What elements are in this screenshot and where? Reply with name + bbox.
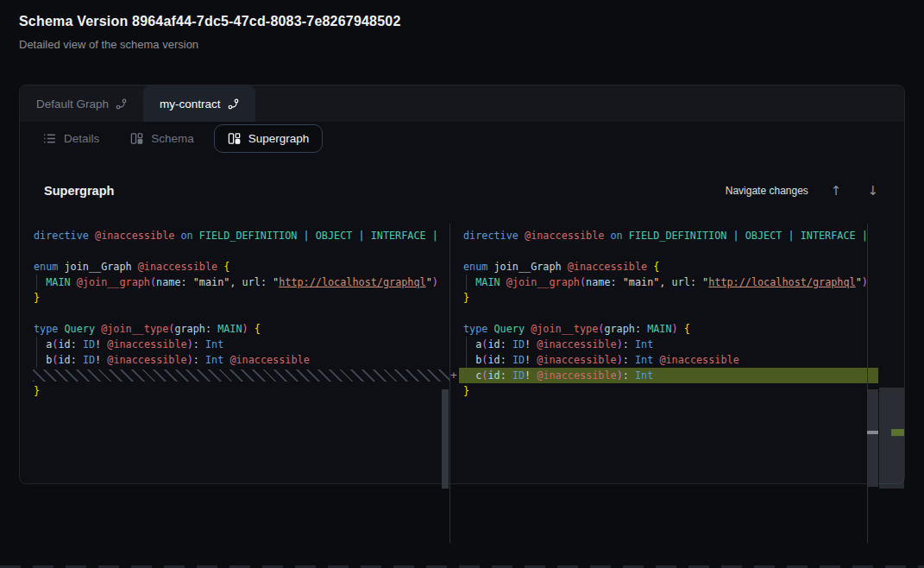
code-line[interactable]: [463, 306, 866, 321]
code-token: @inaccessible: [95, 230, 180, 242]
code-token: :: [623, 369, 635, 382]
subtab-label: Schema: [151, 132, 194, 145]
code-line[interactable]: [34, 306, 443, 321]
code-token: @inaccessible: [568, 261, 653, 273]
code-token: on: [610, 230, 628, 242]
code-token: ": [856, 276, 862, 288]
code-token: |: [432, 230, 438, 242]
tab-details[interactable]: Details: [32, 124, 110, 153]
right-scrollbar-thumb[interactable]: [868, 389, 878, 487]
code-line[interactable]: type Query @join__type(graph: MAIN) {: [34, 321, 443, 337]
code-token: name: [156, 276, 180, 288]
diff-overview-ruler[interactable]: [879, 388, 904, 489]
view-subtabs: Details Schema Supergraph: [32, 122, 323, 155]
code-token: :: [500, 354, 512, 366]
split-panel-icon: [130, 132, 143, 145]
code-token: Query: [494, 323, 531, 335]
indent-guide: [36, 337, 37, 352]
code-line[interactable]: }: [463, 383, 866, 399]
code-line[interactable]: MAIN @join__graph(name: "main", url: "ht…: [34, 275, 443, 290]
right-pane-edge: [867, 224, 868, 543]
code-token: id: [487, 369, 500, 382]
tab-schema[interactable]: Schema: [119, 124, 205, 153]
code-token: ): [617, 354, 623, 366]
code-token: MAIN: [475, 276, 506, 288]
page: Schema Version 8964af44-7dc5-47cd-8083-7…: [0, 0, 924, 568]
tab-my-contract[interactable]: my-contract: [143, 85, 255, 122]
code-line[interactable]: [463, 243, 866, 259]
code-token: !: [95, 354, 107, 366]
code-token: ): [187, 338, 193, 350]
code-token: ): [432, 276, 438, 288]
code-token: type: [34, 323, 65, 335]
code-line[interactable]: }: [463, 290, 866, 306]
code-token: :: [635, 323, 647, 335]
code-token: join__Graph: [65, 261, 138, 273]
code-line[interactable]: enum join__Graph @inaccessible {: [34, 259, 443, 275]
code-token: @inaccessible: [537, 369, 616, 382]
code-token: :: [205, 323, 217, 335]
code-token: ): [862, 276, 866, 288]
code-token: @inaccessible: [525, 230, 610, 242]
code-line[interactable]: directive @inaccessible on FIELD_DEFINIT…: [34, 228, 443, 243]
code-token: @join__type: [101, 323, 168, 335]
tab-label: Default Graph: [36, 98, 109, 110]
fork-icon: [228, 98, 239, 110]
code-token: http://localhost/graphql: [708, 276, 855, 288]
page-title: Schema Version 8964af44-7dc5-47cd-8083-7…: [19, 14, 401, 29]
code-token: OBJECT: [745, 230, 789, 242]
code-token: |: [358, 230, 370, 242]
code-token: !: [525, 369, 537, 382]
code-token: ): [672, 323, 684, 335]
list-icon: [43, 132, 56, 145]
indent-guide: [466, 337, 467, 352]
code-line[interactable]: b(id: ID! @inaccessible): Int @inaccessi…: [34, 352, 443, 368]
code-token: {: [255, 323, 261, 335]
added-code-line[interactable]: c(id: ID! @inaccessible): Int: [463, 368, 866, 383]
navigate-up-button[interactable]: ↑: [827, 183, 845, 199]
code-token: ID: [83, 338, 95, 350]
code-token: !: [95, 338, 107, 350]
code-token: :: [690, 276, 702, 288]
code-line[interactable]: }: [34, 383, 443, 399]
code-token: MAIN: [217, 323, 242, 335]
pane-divider[interactable]: [449, 224, 450, 543]
diff-pane-modified[interactable]: directive @inaccessible on FIELD_DEFINIT…: [451, 224, 866, 543]
code-token: :: [623, 354, 635, 366]
placeholder-line[interactable]: [34, 368, 443, 383]
tab-supergraph[interactable]: Supergraph: [214, 124, 324, 153]
code-line[interactable]: type Query @join__type(graph: MAIN) {: [463, 321, 866, 337]
code-line[interactable]: a(id: ID! @inaccessible): Int: [34, 337, 443, 352]
diff-pane-original[interactable]: directive @inaccessible on FIELD_DEFINIT…: [27, 224, 443, 543]
fork-icon: [116, 98, 127, 110]
subtab-label: Details: [64, 132, 99, 145]
code-token: ): [242, 323, 255, 335]
added-line-marker: +: [448, 368, 460, 383]
overview-added-marker: [891, 429, 904, 436]
code-token: :: [500, 369, 512, 382]
code-token: :: [623, 338, 635, 350]
code-line[interactable]: MAIN @join__graph(name: "main", url: "ht…: [463, 275, 866, 290]
code-token: MAIN: [46, 276, 77, 288]
code-line[interactable]: [34, 243, 443, 259]
code-token: name: [586, 276, 610, 288]
code-line[interactable]: b(id: ID! @inaccessible): Int @inaccessi…: [463, 352, 866, 368]
code-token: :: [611, 276, 623, 288]
code-token: @inaccessible: [537, 338, 616, 350]
code-token: {: [684, 323, 690, 335]
code-token: }: [34, 385, 40, 397]
code-line[interactable]: directive @inaccessible on FIELD_DEFINIT…: [463, 228, 866, 243]
navigate-down-button[interactable]: ↓: [864, 183, 882, 199]
tab-default-graph[interactable]: Default Graph: [20, 85, 143, 122]
code-token: ID: [512, 354, 525, 366]
code-line[interactable]: a(id: ID! @inaccessible): Int: [463, 337, 866, 352]
code-token: @inaccessible: [138, 261, 223, 273]
code-token: type: [463, 323, 494, 335]
code-line[interactable]: }: [34, 290, 443, 306]
code-token: ": [426, 276, 432, 288]
left-scrollbar-thumb[interactable]: [442, 389, 449, 489]
code-token: ID: [512, 369, 525, 382]
code-token: id: [487, 354, 500, 366]
code-line[interactable]: enum join__Graph @inaccessible {: [463, 259, 866, 275]
code-token: enum: [463, 261, 494, 273]
